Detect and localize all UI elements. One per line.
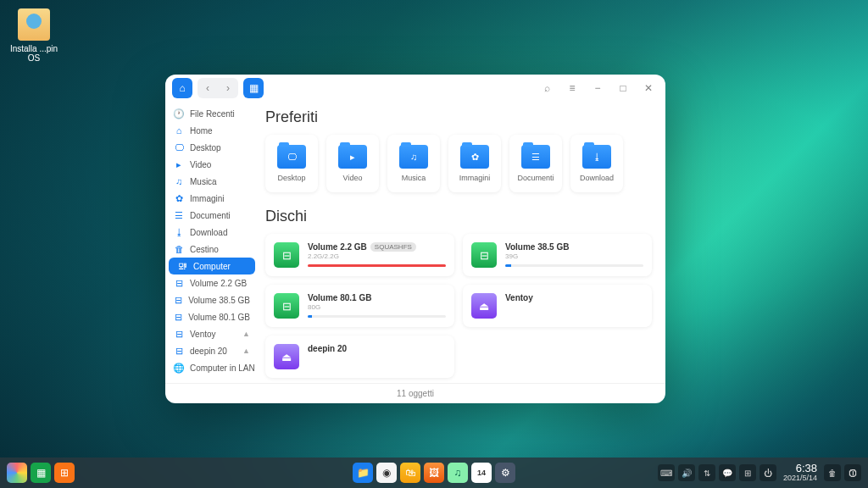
folder-icon: ▸	[338, 145, 367, 169]
sidebar-item-volume-2-2-gb[interactable]: ⊟Volume 2.2 GB	[165, 274, 259, 291]
tray-desktop-icon[interactable]: ⊞	[739, 464, 756, 481]
sidebar-item-label: Cestino	[190, 245, 219, 254]
disk-title: Volume 2.2 GB SQUASHFS	[308, 242, 446, 252]
disk-title: Volume 80.1 GB	[308, 293, 446, 302]
sidebar-item-deepin-20[interactable]: ⊟deepin 20▲	[165, 342, 259, 359]
sidebar-item-computer-in-lan[interactable]: 🌐Computer in LAN	[165, 359, 259, 376]
favorite-documenti[interactable]: ☰Documenti	[509, 135, 562, 192]
clock-date: 2021/5/14	[783, 474, 817, 483]
tray-trash-icon[interactable]: 🗑	[824, 464, 841, 481]
back-button[interactable]: ‹	[198, 78, 218, 98]
sidebar: 🕐File Recenti⌂Home🖵Desktop▸Video♫Musica✿…	[165, 102, 259, 383]
tray-power-icon[interactable]: ⏻	[760, 464, 776, 481]
sidebar-item-video[interactable]: ▸Video	[165, 156, 259, 173]
sidebar-item-desktop[interactable]: 🖵Desktop	[165, 139, 259, 156]
tray-volume-icon[interactable]: 🔊	[678, 464, 695, 481]
view-icons-button[interactable]: ▦	[243, 78, 264, 98]
sidebar-item-cestino[interactable]: 🗑Cestino	[165, 241, 259, 258]
menu-button[interactable]: ≡	[562, 78, 582, 98]
disk-info: deepin 20	[308, 344, 446, 353]
sidebar-item-label: Desktop	[190, 143, 221, 152]
favorite-label: Documenti	[517, 174, 554, 182]
sidebar-item-musica[interactable]: ♫Musica	[165, 173, 259, 190]
sidebar-item-documenti[interactable]: ☰Documenti	[165, 207, 259, 224]
disk-bar-fill	[308, 315, 312, 318]
disk-volume-38-5-gb[interactable]: ⊟ Volume 38.5 GB 39G	[463, 234, 652, 276]
desktop-installer-icon[interactable]: Installa ...pin OS	[8, 8, 59, 63]
favorite-video[interactable]: ▸Video	[326, 135, 379, 192]
disk-title: Volume 38.5 GB	[505, 242, 643, 252]
workspace-icon[interactable]: ⊞	[54, 463, 75, 483]
dock-album-icon[interactable]: 🖼	[424, 463, 444, 483]
sidebar-item-file-recenti[interactable]: 🕐File Recenti	[165, 105, 259, 122]
favorite-desktop[interactable]: 🖵Desktop	[265, 135, 318, 192]
minimize-button[interactable]: −	[587, 78, 608, 98]
sidebar-icon: ⊟	[174, 346, 184, 356]
favorite-download[interactable]: ⭳Download	[570, 135, 623, 192]
dock-browser-icon[interactable]: ◉	[376, 463, 397, 483]
sidebar-icon: ⭳	[174, 227, 184, 237]
search-button[interactable]: ⌕	[537, 78, 557, 98]
sidebar-icon: ⊟	[174, 329, 184, 339]
sidebar-icon: ⊟	[174, 312, 182, 322]
tray-keyboard-icon[interactable]: ⌨	[658, 464, 675, 481]
disk-bar	[308, 315, 446, 318]
sidebar-item-label: Ventoy	[190, 330, 216, 339]
disks-grid: ⊟ Volume 2.2 GB SQUASHFS 2.2G/2.2G ⊟ Vol…	[265, 234, 652, 378]
sidebar-item-download[interactable]: ⭳Download	[165, 224, 259, 241]
eject-icon[interactable]: ▲	[242, 330, 250, 338]
launcher-icon[interactable]	[7, 463, 27, 483]
folder-icon: 🖵	[277, 145, 306, 169]
favorite-musica[interactable]: ♫Musica	[387, 135, 440, 192]
eject-icon[interactable]: ▲	[242, 347, 250, 355]
disk-info: Volume 38.5 GB 39G	[505, 242, 643, 267]
tray-network-icon[interactable]: ⇅	[698, 464, 715, 481]
sidebar-item-label: Volume 2.2 GB	[190, 279, 247, 288]
close-button[interactable]: ✕	[638, 78, 659, 98]
dock-calendar-icon[interactable]: 14	[471, 463, 492, 483]
tray-notifications-icon[interactable]: 💬	[719, 464, 736, 481]
folder-icon: ✿	[460, 145, 489, 169]
disk-usage-text: 80G	[308, 303, 446, 311]
content-area: Preferiti 🖵Desktop▸Video♫Musica✿Immagini…	[259, 102, 665, 383]
dock-filemanager-icon[interactable]: 📁	[353, 463, 373, 483]
favorite-label: Desktop	[277, 174, 305, 182]
fs-badge: SQUASHFS	[370, 242, 416, 252]
clock[interactable]: 6:38 2021/5/14	[780, 463, 821, 483]
disks-heading: Dischi	[265, 208, 652, 225]
forward-button[interactable]: ›	[218, 78, 238, 98]
disk-title: deepin 20	[308, 344, 446, 353]
folder-icon: ☰	[521, 145, 550, 169]
dock-settings-icon[interactable]: ⚙	[495, 463, 515, 483]
sidebar-item-ventoy[interactable]: ⊟Ventoy▲	[165, 325, 259, 342]
installer-icon	[18, 8, 50, 41]
sidebar-item-volume-80-1-gb[interactable]: ⊟Volume 80.1 GB	[165, 308, 259, 325]
disk-volume-80-1-gb[interactable]: ⊟ Volume 80.1 GB 80G	[265, 285, 454, 327]
home-button[interactable]: ⌂	[172, 78, 192, 98]
clock-time: 6:38	[783, 463, 817, 474]
sidebar-icon: 🖵	[174, 142, 184, 152]
maximize-button[interactable]: □	[613, 78, 633, 98]
sidebar-icon: ✿	[174, 193, 184, 203]
taskbar: ▦ ⊞ 📁 ◉ 🛍 🖼 ♫ 14 ⚙ ⌨ 🔊 ⇅ 💬 ⊞ ⏻ 6:38 2021…	[0, 458, 868, 488]
dock-store-icon[interactable]: 🛍	[400, 463, 420, 483]
favorite-immagini[interactable]: ✿Immagini	[448, 135, 501, 192]
disk-deepin-20[interactable]: ⏏ deepin 20	[265, 336, 454, 378]
disk-icon: ⊟	[274, 293, 299, 319]
tray-shutdown-icon[interactable]: ⏼	[844, 464, 861, 481]
sidebar-item-computer[interactable]: 🖳Computer	[169, 258, 255, 274]
multitask-icon[interactable]: ▦	[31, 463, 51, 483]
sidebar-item-label: Computer in LAN	[190, 363, 255, 373]
dock-music-icon[interactable]: ♫	[448, 463, 468, 483]
sidebar-item-volume-38-5-gb[interactable]: ⊟Volume 38.5 GB	[165, 291, 259, 308]
sidebar-item-label: Video	[190, 160, 211, 169]
sidebar-item-home[interactable]: ⌂Home	[165, 122, 259, 139]
sidebar-item-immagini[interactable]: ✿Immagini	[165, 190, 259, 207]
disk-volume-2-2-gb[interactable]: ⊟ Volume 2.2 GB SQUASHFS 2.2G/2.2G	[265, 234, 454, 276]
disk-ventoy[interactable]: ⏏ Ventoy	[463, 285, 652, 327]
sidebar-icon: ☰	[174, 210, 184, 220]
favorite-label: Download	[580, 174, 614, 182]
disk-bar-fill	[505, 264, 511, 267]
sidebar-item-label: Volume 80.1 GB	[188, 313, 250, 322]
favorite-label: Immagini	[459, 174, 491, 182]
